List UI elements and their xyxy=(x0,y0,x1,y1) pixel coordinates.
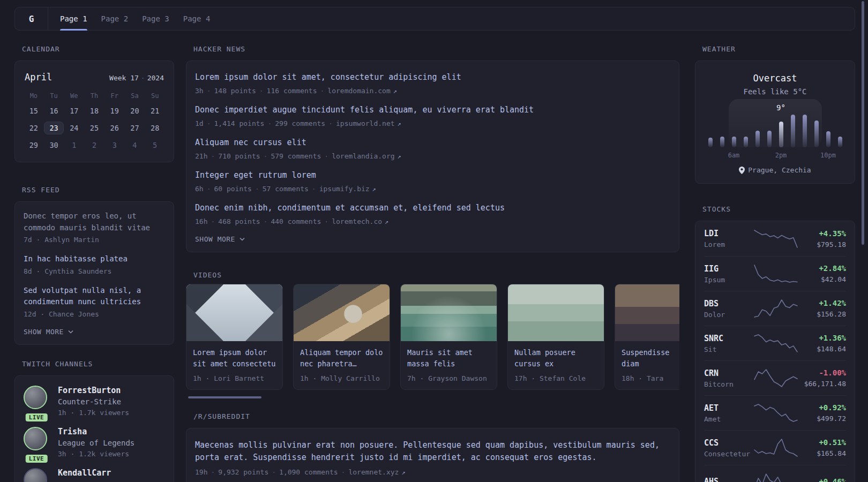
reddit-post: Maecenas mollis pulvinar erat non posuer… xyxy=(195,439,670,477)
active-tab-underline xyxy=(60,29,87,31)
item-domain-link[interactable]: loremlandia.org↗ xyxy=(332,152,401,160)
channel-meta: 1h · 1.7k viewers xyxy=(58,409,129,417)
stock-row[interactable]: CRNBitcorn-1.00%$66,171.48 xyxy=(704,360,846,395)
nav-tab-page-1[interactable]: Page 1 xyxy=(60,7,87,30)
nav-tab-page-3[interactable]: Page 3 xyxy=(142,7,169,30)
video-card[interactable]: Nullam posuerecursus ex17h · Stefan Cole xyxy=(507,284,604,390)
stock-values: +4.35%$795.18 xyxy=(798,229,846,248)
hn-item-title[interactable]: Donec imperdiet augue tincidunt felis al… xyxy=(195,104,670,115)
item-comments: 579 comments xyxy=(271,152,321,160)
stock-row[interactable]: CCSConsectetur+0.51%$165.84 xyxy=(704,430,846,465)
item-age: 3h xyxy=(195,87,204,95)
stock-price: $148.64 xyxy=(798,345,846,353)
video-card[interactable]: Lorem ipsum dolorsit amet consectetu…1h … xyxy=(186,284,283,390)
calendar-section-title: CALENDAR xyxy=(22,45,174,54)
stock-chart-cell xyxy=(753,229,798,248)
calendar-day: 26 xyxy=(104,120,125,136)
calendar-day-number: 16 xyxy=(49,107,58,115)
stock-row[interactable]: DBSDolor+1.42%$156.28 xyxy=(704,291,846,326)
hn-item-title[interactable]: Aliquam nec cursus elit xyxy=(195,137,670,148)
video-card[interactable]: Suspendissediam18h · Tara xyxy=(615,284,679,390)
stock-symbol: CRN xyxy=(704,368,753,378)
calendar-day-number: 21 xyxy=(151,107,159,115)
stock-row[interactable]: LDILorem+4.35%$795.18 xyxy=(704,221,846,256)
rss-item-title[interactable]: Donec tempor eros leo, ut commodo mauris… xyxy=(24,210,165,234)
hn-item-title[interactable]: Integer eget rutrum lorem xyxy=(195,170,670,180)
stocks-widget: LDILorem+4.35%$795.18IIGIpsum+2.84%$42.0… xyxy=(695,221,855,482)
item-domain-link[interactable]: ipsumify.biz↗ xyxy=(319,185,376,193)
stock-values: +0.46% xyxy=(798,477,846,482)
stock-row[interactable]: AHS+0.46% xyxy=(704,465,846,482)
stock-name: Lorem xyxy=(704,240,753,248)
dot-separator: · xyxy=(324,217,328,225)
channel-name[interactable]: ForrestBurton xyxy=(58,386,129,396)
video-card[interactable]: Mauris sit ametmassa felis7h · Grayson D… xyxy=(400,284,497,390)
item-points: 148 points xyxy=(214,87,256,95)
twitch-channel-row[interactable]: LIVEForrestBurtonCounter-Strike1h · 1.7k… xyxy=(24,386,165,417)
calendar-day-number: 15 xyxy=(29,107,38,115)
stock-sparkline xyxy=(753,299,798,318)
dot-separator: · xyxy=(264,217,268,225)
channel-name[interactable]: Trisha xyxy=(58,427,134,437)
twitch-channel-row[interactable]: KendallCarr xyxy=(24,468,165,482)
calendar-day: 2 xyxy=(84,137,104,153)
calendar-weekday: Sa xyxy=(125,90,145,102)
stock-row[interactable]: AETAmet+0.92%$499.72 xyxy=(704,395,846,430)
stock-name: Dolor xyxy=(704,311,753,319)
stock-row[interactable]: IIGIpsum+2.84%$42.04 xyxy=(704,256,846,291)
stock-id: CCSConsectetur xyxy=(704,438,753,458)
video-meta: 17h · Stefan Cole xyxy=(514,374,597,382)
item-domain: ipsumworld.net xyxy=(336,119,395,127)
stock-row[interactable]: SNRCSit+1.36%$148.64 xyxy=(704,326,846,360)
stock-values: +0.51%$165.84 xyxy=(798,438,846,457)
item-domain-link[interactable]: ipsumworld.net↗ xyxy=(336,119,401,127)
dot-separator: · xyxy=(211,217,215,225)
calendar-month: April xyxy=(25,72,52,82)
nav-tab-page-4[interactable]: Page 4 xyxy=(183,7,211,30)
item-meta: 3h·148 points·116 comments·loremdomain.c… xyxy=(195,86,670,96)
twitch-channel-row[interactable]: LIVETrishaLeague of Legends3h · 1.2k vie… xyxy=(24,427,165,458)
calendar-widget: April Week 17·2024 MoTuWeThFrSaSu1516171… xyxy=(14,61,174,162)
item-points: 60 points xyxy=(214,185,251,193)
item-comments: 299 comments xyxy=(275,119,325,127)
calendar-week-year: Week 17·2024 xyxy=(109,74,164,82)
page-vertical-scrollbar[interactable] xyxy=(862,1,864,245)
show-more-button[interactable]: SHOW MORE xyxy=(24,328,165,336)
video-card-body: Aliquam tempor dolornec pharetra…1h · Mo… xyxy=(294,341,390,389)
nav-tab-page-2[interactable]: Page 2 xyxy=(101,7,129,30)
item-domain-link[interactable]: loremtech.co↗ xyxy=(332,217,388,225)
calendar-day: 16 xyxy=(44,103,64,119)
channel-name[interactable]: KendallCarr xyxy=(58,468,111,478)
stock-symbol: AHS xyxy=(704,477,753,482)
weather-bar xyxy=(767,131,772,147)
hn-item-title[interactable]: Donec enim nibh, condimentum et accumsan… xyxy=(195,202,670,213)
videos-horizontal-scrollbar[interactable] xyxy=(188,396,261,398)
item-domain-link[interactable]: loremnet.xyz↗ xyxy=(348,468,405,476)
item-domain-link[interactable]: loremdomain.com↗ xyxy=(327,87,397,95)
hn-item-title[interactable]: Lorem ipsum dolor sit amet, consectetur … xyxy=(195,72,670,82)
calendar-day: 20 xyxy=(125,103,145,119)
stock-price: $66,171.48 xyxy=(798,380,846,388)
channel-info: TrishaLeague of Legends3h · 1.2k viewers xyxy=(58,427,134,458)
reddit-post-title[interactable]: Maecenas mollis pulvinar erat non posuer… xyxy=(195,439,667,464)
rss-item-title[interactable]: In hac habitasse platea xyxy=(24,253,165,265)
video-card[interactable]: Aliquam tempor dolornec pharetra…1h · Mo… xyxy=(293,284,390,390)
calendar-day-selected: 23 xyxy=(44,120,64,136)
channel-info: ForrestBurtonCounter-Strike1h · 1.7k vie… xyxy=(58,386,129,417)
stock-symbol: AET xyxy=(704,403,753,413)
rss-item-title[interactable]: Sed volutpat nulla nisl, a condimentum n… xyxy=(24,285,165,308)
top-nav: G Page 1Page 2Page 3Page 4 xyxy=(14,7,855,31)
show-more-button[interactable]: SHOW MORE xyxy=(195,235,670,243)
video-card-body: Nullam posuerecursus ex17h · Stefan Cole xyxy=(508,341,604,389)
twitch-section-title: TWITCH CHANNELS xyxy=(22,360,174,368)
stock-symbol: DBS xyxy=(704,299,753,308)
channel-avatar-image xyxy=(24,427,47,450)
calendar-weekday: Su xyxy=(145,90,165,102)
weather-location: Prague, Czechia xyxy=(748,166,811,174)
weather-bar-highlighted xyxy=(779,122,783,147)
stock-chart-cell xyxy=(753,438,798,457)
calendar-day: 29 xyxy=(24,137,44,153)
hn-item: Aliquam nec cursus elit21h·710 points·57… xyxy=(195,137,670,161)
dot-separator: · xyxy=(207,87,211,95)
daylight-highlight-region xyxy=(729,99,822,147)
